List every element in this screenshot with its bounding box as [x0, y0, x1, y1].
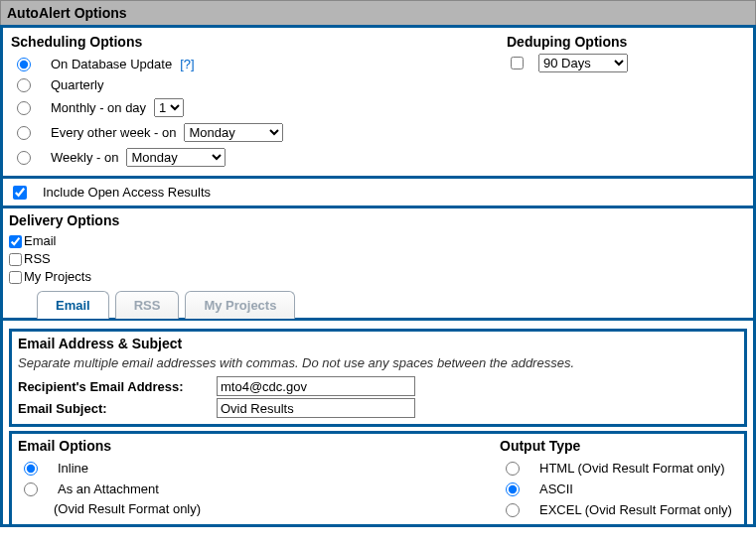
delivery-rss-checkbox[interactable]	[9, 253, 22, 266]
deduping-select[interactable]: 90 Days	[538, 54, 628, 72]
scheduling-deduping-box: Scheduling Options On Database Update[?]…	[0, 25, 756, 179]
open-access-label: Include Open Access Results	[43, 185, 211, 200]
schedule-monthly-label: Monthly - on day	[51, 100, 146, 115]
schedule-weekly-day-select[interactable]: Monday	[126, 148, 226, 167]
output-type-ascii-label: ASCII	[539, 481, 573, 496]
output-type-column: Output Type HTML (Ovid Result Format onl…	[500, 438, 738, 520]
email-address-subject-box: Email Address & Subject Separate multipl…	[9, 329, 747, 427]
scheduling-heading: Scheduling Options	[11, 34, 507, 50]
delivery-email-label: Email	[24, 232, 57, 250]
delivery-box: Delivery Options Email RSS My Projects E…	[0, 208, 756, 321]
output-type-heading: Output Type	[500, 438, 738, 454]
schedule-on-db-update-radio[interactable]	[17, 58, 31, 71]
email-subject-label: Email Subject:	[18, 401, 217, 416]
delivery-rss-label: RSS	[24, 250, 51, 268]
delivery-tabs: Email RSS My Projects	[37, 291, 747, 319]
tab-rss[interactable]: RSS	[115, 291, 180, 319]
output-type-html-label: HTML (Ovid Result Format only)	[539, 461, 725, 476]
help-icon[interactable]: [?]	[180, 57, 194, 71]
schedule-eow-day-select[interactable]: Monday	[184, 123, 283, 142]
schedule-monthly-radio[interactable]	[17, 101, 31, 115]
email-address-subject-heading: Email Address & Subject	[18, 336, 738, 351]
email-options-inline-radio[interactable]	[24, 462, 38, 476]
schedule-quarterly-label: Quarterly	[51, 77, 103, 92]
scheduling-column: Scheduling Options On Database Update[?]…	[11, 34, 507, 170]
email-options-attachment-label: As an Attachment	[58, 481, 159, 496]
recipient-email-input[interactable]	[217, 376, 415, 396]
delivery-email-checkbox[interactable]	[9, 235, 22, 248]
deduping-column: Deduping Options 90 Days	[507, 34, 745, 170]
output-type-ascii-radio[interactable]	[506, 482, 520, 496]
schedule-eow-radio[interactable]	[17, 126, 31, 140]
output-type-html-radio[interactable]	[506, 462, 520, 476]
email-hint: Separate multiple email addresses with c…	[18, 355, 738, 370]
schedule-quarterly-radio[interactable]	[17, 78, 31, 92]
deduping-heading: Deduping Options	[507, 34, 745, 50]
open-access-checkbox[interactable]	[13, 186, 27, 200]
schedule-weekly-label: Weekly - on	[51, 150, 118, 165]
email-options-heading: Email Options	[18, 438, 500, 454]
email-options-inline-label: Inline	[58, 461, 88, 476]
schedule-weekly-radio[interactable]	[17, 151, 31, 165]
email-options-column: Email Options Inline As an Attachment (O…	[18, 438, 500, 520]
email-options-attachment-note: (Ovid Result Format only)	[54, 499, 500, 518]
deduping-checkbox[interactable]	[511, 57, 524, 69]
open-access-box: Include Open Access Results	[0, 179, 756, 208]
delivery-myprojects-checkbox[interactable]	[9, 271, 22, 284]
schedule-monthly-day-select[interactable]: 1	[154, 98, 184, 117]
tab-content: Email Address & Subject Separate multipl…	[0, 321, 756, 527]
email-options-output-box: Email Options Inline As an Attachment (O…	[9, 431, 747, 524]
output-type-excel-radio[interactable]	[506, 503, 520, 517]
panel-title: AutoAlert Options	[0, 0, 756, 25]
output-type-excel-label: EXCEL (Ovid Result Format only)	[539, 502, 732, 517]
email-options-attachment-radio[interactable]	[24, 482, 38, 496]
tab-email[interactable]: Email	[37, 291, 109, 319]
schedule-on-db-update-label: On Database Update	[51, 57, 172, 71]
delivery-myprojects-label: My Projects	[24, 268, 91, 286]
email-subject-input[interactable]	[217, 398, 415, 418]
tab-my-projects[interactable]: My Projects	[185, 291, 295, 319]
recipient-email-label: Recipient's Email Address:	[18, 379, 217, 394]
delivery-heading: Delivery Options	[9, 212, 747, 228]
schedule-eow-label: Every other week - on	[51, 125, 176, 140]
